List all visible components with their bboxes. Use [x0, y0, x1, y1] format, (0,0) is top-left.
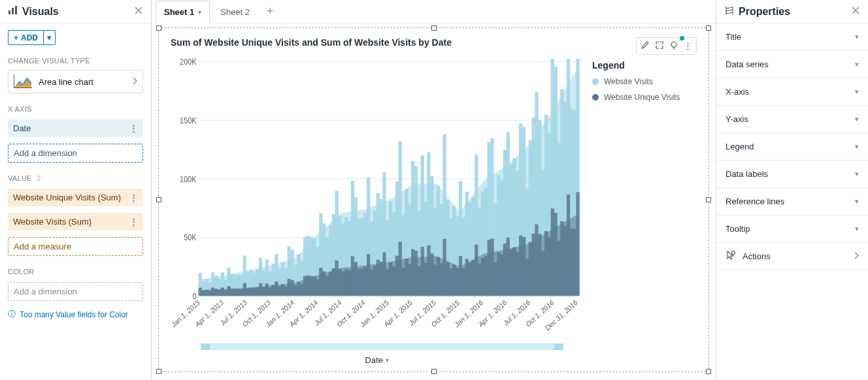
cursor-icon [726, 250, 736, 262]
legend-swatch [592, 78, 599, 85]
chart-plot[interactable]: 050K100K150K200KJan 1, 2013Apr 1, 2013Ju… [171, 59, 583, 338]
legend-item-unique[interactable]: Website Unique Visits [592, 93, 697, 102]
color-add-dimension[interactable]: Add a dimension [8, 282, 143, 301]
prop-x-axis[interactable]: X-axis▾ [716, 78, 868, 106]
color-group-label: COLOR [8, 268, 143, 276]
info-icon: ⓘ [8, 309, 16, 320]
field-options-icon[interactable]: ⋮ [129, 123, 138, 133]
svg-rect-4 [14, 74, 14, 88]
tab-label: Sheet 2 [220, 7, 250, 17]
more-icon[interactable]: ⋮ [684, 41, 692, 51]
properties-title: Properties [739, 6, 790, 18]
chevron-down-icon: ▾ [855, 87, 859, 96]
caret-down-icon: ▾ [47, 33, 52, 42]
expand-icon[interactable] [655, 40, 664, 52]
field-options-icon[interactable]: ⋮ [129, 193, 138, 202]
chart-container: Sum of Website Unique Visits and Sum of … [159, 28, 709, 372]
chart-legend: Legend Website Visits Website Unique Vis… [592, 59, 697, 365]
prop-label: Legend [726, 142, 754, 151]
sheet-center: Sheet 1 ▾ Sheet 2 + Sum of Website Uniqu… [152, 0, 716, 380]
svg-rect-1 [12, 8, 14, 14]
value-count: 2 [37, 174, 41, 182]
chart-toolbar: ⋮ [636, 37, 697, 55]
properties-panel: Properties Title▾ Data series▾ X-axis▾ Y… [716, 0, 868, 380]
xaxis-add-dimension[interactable]: Add a dimension [8, 144, 143, 163]
prop-label: Y-axis [726, 114, 748, 124]
add-visual-dropdown[interactable]: ▾ [44, 30, 56, 45]
chevron-down-icon: ▾ [855, 60, 859, 69]
value-group-text: VALUE [8, 174, 32, 182]
legend-title: Legend [592, 60, 697, 71]
time-scrubber[interactable] [201, 343, 563, 350]
field-options-icon[interactable]: ⋮ [129, 217, 138, 227]
visual-type-name: Area line chart [39, 77, 93, 87]
chevron-down-icon: ▾ [855, 115, 859, 123]
chevron-down-icon: ▾ [855, 225, 859, 233]
close-icon[interactable] [134, 6, 143, 17]
tab-sheet-1[interactable]: Sheet 1 ▾ [156, 1, 210, 24]
chart-icon [8, 5, 18, 18]
visuals-panel: Visuals + ADD ▾ CHANGE VISUAL TYPE Area … [0, 0, 152, 380]
chevron-right-icon [854, 252, 859, 261]
change-visual-type-label: CHANGE VISUAL TYPE [8, 57, 143, 65]
chart-title: Sum of Website Unique Visits and Sum of … [171, 37, 452, 48]
add-sheet-button[interactable]: + [260, 5, 280, 18]
xaxis-field-date[interactable]: Date ⋮ [8, 119, 143, 137]
tab-sheet-2[interactable]: Sheet 2 [212, 0, 258, 23]
value-field-visits[interactable]: Website Visits (Sum) ⋮ [8, 213, 143, 230]
prop-data-series[interactable]: Data series▾ [716, 51, 868, 78]
prop-reference-lines[interactable]: Reference lines▾ [716, 188, 868, 215]
svg-text:50K: 50K [184, 232, 196, 242]
chevron-down-icon: ▾ [855, 197, 859, 206]
field-label: Date [13, 123, 31, 133]
add-visual-group: + ADD ▾ [8, 30, 143, 45]
svg-text:200K: 200K [180, 59, 196, 67]
svg-rect-0 [8, 10, 10, 14]
prop-y-axis[interactable]: Y-axis▾ [716, 106, 868, 133]
area-chart-icon [14, 74, 32, 89]
visuals-title: Visuals [22, 6, 59, 18]
prop-title[interactable]: Title▾ [716, 24, 868, 51]
svg-rect-2 [15, 6, 17, 14]
prop-legend[interactable]: Legend▾ [716, 133, 868, 161]
svg-point-5 [671, 42, 676, 47]
svg-rect-3 [14, 87, 32, 88]
chevron-down-icon: ▾ [855, 170, 859, 178]
legend-swatch [592, 94, 599, 101]
value-field-unique[interactable]: Website Unique Visits (Sum) ⋮ [8, 189, 143, 206]
color-info-row: ⓘ Too many Value fields for Color [8, 309, 143, 320]
x-axis-title-text: Date [365, 355, 382, 365]
tab-label: Sheet 1 [164, 7, 194, 17]
sheet-tabs: Sheet 1 ▾ Sheet 2 + [152, 0, 716, 24]
chevron-down-icon: ▾ [855, 33, 859, 41]
legend-label: Website Unique Visits [604, 93, 680, 102]
prop-label: Tooltip [726, 224, 750, 234]
prop-label: Reference lines [726, 197, 784, 206]
chevron-right-icon [132, 77, 137, 87]
x-axis-title[interactable]: Date ▾ [171, 355, 583, 365]
prop-data-labels[interactable]: Data labels▾ [716, 161, 868, 188]
add-visual-label: ADD [21, 33, 38, 42]
add-visual-button[interactable]: + ADD [8, 30, 44, 45]
chevron-down-icon: ▾ [386, 356, 389, 364]
selected-visual-frame[interactable]: Sum of Website Unique Visits and Sum of … [158, 27, 709, 372]
properties-icon [724, 5, 735, 18]
chevron-down-icon[interactable]: ▾ [198, 8, 201, 16]
legend-item-visits[interactable]: Website Visits [592, 77, 697, 86]
pencil-icon[interactable] [641, 40, 650, 52]
notification-dot [680, 36, 684, 40]
prop-label: X-axis [726, 87, 749, 97]
visual-type-selector[interactable]: Area line chart [8, 70, 143, 93]
prop-actions[interactable]: Actions [716, 243, 868, 270]
plus-icon: + [14, 33, 18, 42]
svg-text:100K: 100K [180, 174, 196, 184]
value-group-label: VALUE 2 [8, 174, 143, 182]
bulb-icon[interactable] [669, 40, 678, 52]
svg-point-274 [732, 251, 735, 255]
prop-tooltip[interactable]: Tooltip▾ [716, 215, 868, 243]
properties-panel-header: Properties [716, 0, 868, 24]
prop-label: Data series [726, 59, 769, 69]
close-icon[interactable] [851, 6, 860, 17]
svg-text:150K: 150K [180, 116, 196, 125]
value-add-measure[interactable]: Add a measure [8, 237, 143, 256]
